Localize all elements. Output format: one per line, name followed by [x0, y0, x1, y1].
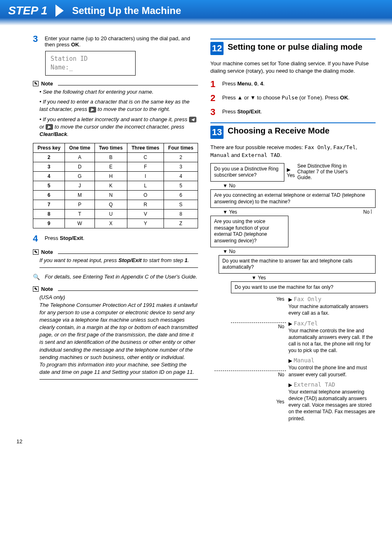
tip-row: For details, see Entering Text in Append… — [33, 274, 198, 280]
step-number: 4 — [33, 233, 43, 244]
table-cell: T — [65, 210, 95, 219]
note-heading: Note — [33, 249, 198, 255]
instruction-step-3: 3 Enter your name (up to 20 characters) … — [33, 34, 198, 48]
table-cell: 5 — [164, 181, 198, 191]
step-text: Press Stop/Exit. — [45, 233, 198, 241]
table-cell: P — [65, 200, 95, 210]
table-cell: 3 — [33, 162, 65, 172]
step-number: 1 — [210, 79, 221, 90]
mode-external-tad: External TAD Your external telephone ans… — [288, 381, 376, 422]
table-cell: Z — [164, 219, 198, 228]
flow-q4: Do you want the machine to answer fax an… — [219, 255, 376, 274]
arrow-down-icon — [223, 248, 228, 254]
lcd-display: Station ID Name:_ — [45, 51, 136, 76]
left-column: 3 Enter your name (up to 20 characters) … — [33, 34, 198, 422]
page-number: 12 — [0, 438, 392, 453]
th-key: Press key — [33, 143, 65, 153]
table-cell: 6 — [164, 191, 198, 200]
table-cell: 4 — [33, 172, 65, 181]
table-cell: F — [127, 162, 164, 172]
table-cell: 6 — [33, 191, 65, 200]
table-cell: 7 — [33, 200, 65, 210]
note-body-2: If you want to repeat input, press Stop/… — [39, 257, 198, 268]
table-row: 9WXYZ — [33, 219, 198, 228]
yes-label: Yes — [287, 173, 295, 178]
arrow-down-icon — [223, 182, 228, 189]
section-title: Choosing a Receive Mode — [228, 126, 330, 136]
table-cell: O — [127, 191, 164, 200]
lcd-line2: Name:_ — [51, 63, 130, 72]
section-12-intro: Your machine comes set for Tone dialing … — [210, 60, 376, 75]
step-number: 3 — [210, 107, 221, 117]
magnify-icon — [33, 274, 40, 280]
table-cell: 5 — [33, 181, 65, 191]
table-cell: J — [65, 181, 95, 191]
nav-left-icon: ◀ — [189, 117, 196, 122]
step-arrow-icon — [55, 5, 64, 17]
step-header: STEP 1 Setting Up the Machine — [0, 0, 392, 25]
table-cell: 9 — [33, 219, 65, 228]
table-cell: C — [127, 153, 164, 162]
distinctive-ring-ref: See Distinctive Ring in Chapter 7 of the… — [297, 163, 359, 182]
section-12-heading: 12 Setting tone or pulse dialing mode — [210, 39, 376, 55]
instruction-step-4: 4 Press Stop/Exit. — [33, 233, 198, 244]
th-1: One time — [65, 143, 95, 153]
content-columns: 3 Enter your name (up to 20 characters) … — [0, 25, 392, 438]
table-cell: W — [65, 219, 95, 228]
table-row: 2ABC2 — [33, 153, 198, 162]
lcd-line1: Station ID — [51, 55, 130, 63]
note-body-3: (USA only) The Telephone Consumer Protec… — [39, 294, 198, 380]
table-cell: I — [127, 172, 164, 181]
note-body-1: • See the following chart for entering y… — [39, 88, 198, 138]
table-cell: K — [95, 181, 127, 191]
section-number: 13 — [210, 126, 224, 139]
section-title: Setting tone or pulse dialing mode — [228, 42, 362, 52]
table-cell: R — [127, 200, 164, 210]
th-2: Two times — [95, 143, 127, 153]
table-cell: V — [127, 210, 164, 219]
receive-mode-flowchart: Do you use a Distinctive Ring subscriber… — [210, 163, 376, 422]
table-cell: 4 — [164, 172, 198, 181]
table-cell: D — [65, 162, 95, 172]
table-cell: S — [164, 200, 198, 210]
mode-fax-only: Fax Only Your machine automatically answ… — [288, 296, 376, 316]
step-number: 3 — [33, 34, 43, 44]
note-heading: Note — [33, 81, 198, 87]
table-row: 7PQRS — [33, 200, 198, 210]
character-entry-table: Press key One time Two times Three times… — [33, 143, 198, 228]
table-cell: 2 — [164, 153, 198, 162]
table-cell: 3 — [164, 162, 198, 172]
section-13-intro: There are four possible receive modes: F… — [210, 144, 376, 159]
table-cell: 2 — [33, 153, 65, 162]
table-cell: Y — [127, 219, 164, 228]
table-row: 6MNO6 — [33, 191, 198, 200]
right-column: 12 Setting tone or pulse dialing mode Yo… — [210, 34, 376, 422]
note-heading: Note — [33, 286, 198, 292]
arrow-down-icon — [251, 274, 256, 281]
mode-fax-tel: Fax/Tel Your machine controls the line a… — [288, 320, 376, 354]
table-cell: M — [65, 191, 95, 200]
section-number: 12 — [210, 42, 224, 55]
arrow-right-icon — [288, 296, 292, 302]
table-cell: H — [95, 172, 127, 181]
step-title: Setting Up the Machine — [72, 5, 181, 16]
table-cell: E — [95, 162, 127, 172]
flow-q5: Do you want to use the machine for fax o… — [231, 281, 376, 294]
arrow-down-icon — [223, 209, 228, 215]
table-row: 8TUV8 — [33, 210, 198, 219]
step-label: STEP 1 — [8, 4, 47, 17]
sec12-step1: 1 Press Menu, 0, 4. — [210, 79, 376, 90]
table-cell: G — [65, 172, 95, 181]
table-cell: B — [95, 153, 127, 162]
table-cell: 8 — [164, 210, 198, 219]
step-number: 2 — [210, 93, 221, 104]
th-3: Three times — [127, 143, 164, 153]
arrow-right-icon — [288, 357, 292, 364]
arrow-right-icon — [287, 166, 295, 173]
th-4: Four times — [164, 143, 198, 153]
table-cell: 8 — [33, 210, 65, 219]
table-row: 4GHI4 — [33, 172, 198, 181]
step-text: Enter your name (up to 20 characters) us… — [45, 34, 198, 48]
sec12-step3: 3 Press Stop/Exit. — [210, 107, 376, 117]
table-row: 5JKL5 — [33, 181, 198, 191]
